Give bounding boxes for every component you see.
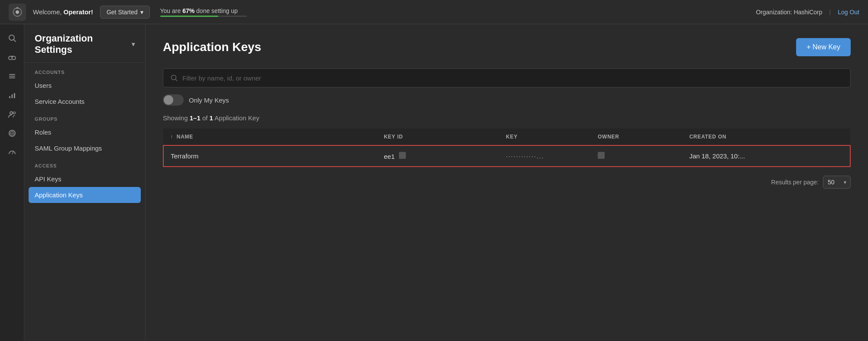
progress-text: You are 67% done setting up: [160, 7, 247, 14]
get-started-button[interactable]: Get Started ▾: [100, 6, 150, 19]
svg-point-2: [16, 10, 19, 14]
chevron-down-icon: ▾: [140, 9, 143, 16]
nav-section-label-groups: GROUPS: [24, 109, 145, 124]
cell-owner: [591, 145, 682, 167]
search-icon: [170, 74, 178, 82]
table-header-row: ↑ NAME KEY ID KEY OWNER CREATED ON: [163, 129, 850, 145]
svg-point-3: [16, 7, 19, 9]
svg-point-16: [10, 112, 13, 114]
sidebar-item-users[interactable]: Users: [24, 77, 145, 93]
sidebar-icon-list[interactable]: [3, 68, 21, 85]
only-my-keys-toggle[interactable]: [163, 94, 184, 106]
per-page-wrapper[interactable]: 10 25 50 100: [823, 176, 851, 189]
content-area: Application Keys + New Key Only My Keys …: [146, 24, 868, 341]
nav-section-label-access: ACCESS: [24, 156, 145, 171]
column-header-key: KEY: [499, 129, 591, 145]
nav-sidebar: Organization Settings ▾ ACCOUNTS Users S…: [24, 24, 146, 341]
toggle-row: Only My Keys: [163, 94, 851, 106]
column-header-owner: OWNER: [591, 129, 682, 145]
sidebar-icon-binoculars[interactable]: [3, 48, 21, 66]
new-key-button[interactable]: + New Key: [796, 38, 851, 56]
page-title: Application Keys: [163, 40, 261, 54]
results-per-page-label: Results per page:: [771, 179, 819, 186]
svg-rect-15: [14, 93, 15, 98]
svg-point-7: [12, 56, 16, 60]
topbar: Welcome, Operator! Get Started ▾ You are…: [0, 0, 868, 24]
sidebar-icon-search[interactable]: [3, 29, 21, 47]
app-logo: [9, 3, 26, 21]
toggle-knob: [164, 95, 173, 105]
search-input[interactable]: [182, 74, 843, 82]
main-layout: Organization Settings ▾ ACCOUNTS Users S…: [0, 24, 868, 341]
key-dots: ············...: [506, 153, 544, 160]
logout-button[interactable]: Log Out: [838, 9, 859, 16]
nav-section-groups: GROUPS Roles SAML Group Mappings: [24, 109, 145, 156]
sidebar-item-roles[interactable]: Roles: [24, 124, 145, 140]
sort-up-icon: ↑: [170, 134, 173, 140]
svg-line-5: [13, 40, 16, 42]
per-page-select[interactable]: 10 25 50 100: [823, 176, 851, 189]
column-header-created-on: CREATED ON: [682, 129, 850, 145]
svg-rect-14: [11, 94, 13, 98]
progress-bar: [160, 16, 247, 17]
application-keys-table: ↑ NAME KEY ID KEY OWNER CREATED ON Terra…: [163, 129, 851, 167]
sidebar-icon-chart[interactable]: [3, 87, 21, 104]
nav-section-label-accounts: ACCOUNTS: [24, 63, 145, 77]
topbar-right: Organization: HashiCorp | Log Out: [756, 9, 859, 16]
svg-rect-13: [9, 96, 10, 98]
org-label: Organization: HashiCorp: [756, 9, 822, 16]
svg-rect-11: [9, 76, 15, 77]
progress-container: You are 67% done setting up: [160, 7, 247, 17]
svg-point-20: [11, 133, 13, 134]
svg-rect-10: [9, 74, 15, 75]
toggle-label: Only My Keys: [189, 97, 229, 104]
cell-name: Terraform: [163, 145, 377, 167]
sidebar-icon-speed[interactable]: [3, 144, 21, 161]
pagination-row: Results per page: 10 25 50 100: [163, 176, 851, 189]
svg-point-6: [9, 56, 12, 60]
sidebar-item-saml-group-mappings[interactable]: SAML Group Mappings: [24, 140, 145, 156]
sidebar-item-api-keys[interactable]: API Keys: [24, 171, 145, 187]
sidebar-icon-users[interactable]: [3, 106, 21, 123]
svg-line-21: [12, 151, 13, 154]
nav-chevron-icon: ▾: [132, 41, 135, 48]
sidebar-item-service-accounts[interactable]: Service Accounts: [24, 93, 145, 109]
nav-title: Organization Settings: [35, 33, 128, 55]
search-bar[interactable]: [163, 68, 851, 87]
progress-fill: [160, 16, 218, 17]
svg-point-17: [13, 112, 15, 114]
owner-icon: [598, 152, 605, 159]
topbar-divider: |: [829, 9, 831, 16]
sidebar-item-application-keys[interactable]: Application Keys: [29, 187, 141, 203]
sidebar-icon-target[interactable]: [3, 125, 21, 142]
page-title-row: Application Keys + New Key: [163, 38, 851, 56]
nav-header[interactable]: Organization Settings ▾: [24, 24, 145, 63]
svg-rect-12: [9, 77, 15, 78]
nav-section-access: ACCESS API Keys Application Keys: [24, 156, 145, 203]
column-header-key-id: KEY ID: [377, 129, 499, 145]
cell-key: ············...: [499, 145, 591, 167]
icon-sidebar: [0, 24, 24, 341]
cell-created-on: Jan 18, 2023, 10:...: [682, 145, 850, 167]
nav-section-accounts: ACCOUNTS Users Service Accounts: [24, 63, 145, 109]
copy-key-id-icon[interactable]: [399, 152, 406, 159]
welcome-text: Welcome, Operator!: [33, 8, 93, 16]
column-header-name[interactable]: ↑ NAME: [163, 129, 377, 145]
svg-line-23: [175, 79, 177, 81]
showing-count: Showing 1–1 of 1 Application Key: [163, 114, 851, 122]
table-row[interactable]: Terraform ee1 ············... Jan 18, 20…: [163, 145, 850, 167]
cell-key-id: ee1: [377, 145, 499, 167]
